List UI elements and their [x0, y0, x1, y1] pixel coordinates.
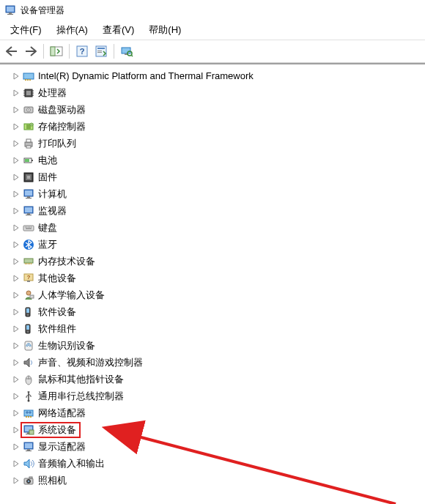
tree-item[interactable]: 鼠标和其他指针设备	[10, 371, 425, 388]
expand-icon[interactable]	[10, 104, 22, 116]
svg-rect-11	[97, 52, 102, 53]
svg-rect-18	[29, 79, 31, 81]
help-button[interactable]: ?	[73, 42, 91, 60]
card-icon	[22, 70, 35, 83]
toolbar-separator	[69, 44, 70, 59]
tree-item[interactable]: 人体学输入设备	[10, 286, 425, 303]
svg-rect-15	[23, 73, 34, 79]
tree-item[interactable]: 存储控制器	[10, 118, 425, 135]
expand-icon[interactable]	[10, 121, 22, 133]
expand-icon[interactable]	[10, 374, 22, 385]
software-icon	[22, 322, 35, 336]
tree-item[interactable]: 软件设备	[10, 303, 425, 320]
tree-item[interactable]: 音频输入和输出	[10, 455, 425, 472]
tree-item[interactable]: ?其他设备	[10, 270, 425, 286]
expand-icon[interactable]	[10, 222, 22, 234]
svg-rect-83	[25, 443, 32, 448]
menu-help[interactable]: 帮助(H)	[141, 21, 188, 39]
svg-rect-84	[27, 449, 30, 451]
svg-rect-10	[97, 51, 102, 51]
expand-icon[interactable]	[10, 441, 22, 453]
properties-button[interactable]	[92, 42, 110, 60]
expand-icon[interactable]	[10, 205, 22, 217]
tree-item[interactable]: Intel(R) Dynamic Platform and Thermal Fr…	[10, 67, 425, 84]
expand-icon[interactable]	[10, 475, 22, 486]
audio-icon	[22, 457, 35, 470]
expand-icon[interactable]	[10, 171, 22, 183]
expand-icon[interactable]	[10, 458, 22, 470]
printer-icon	[22, 137, 35, 150]
expand-icon[interactable]	[10, 138, 22, 149]
menu-view[interactable]: 查看(V)	[95, 21, 141, 39]
tree-item[interactable]: 键盘	[10, 219, 425, 236]
keyboard-icon	[22, 221, 35, 234]
tree-item[interactable]: 蓝牙	[10, 236, 425, 253]
expand-icon[interactable]	[10, 289, 22, 301]
svg-point-60	[26, 291, 31, 295]
expand-icon[interactable]	[10, 357, 22, 368]
tree-item-label: 通用串行总线控制器	[38, 390, 124, 403]
tree-item[interactable]: 照相机	[10, 472, 425, 489]
show-hide-button[interactable]	[48, 42, 65, 60]
tree-item[interactable]: 显示适配器	[10, 438, 425, 455]
expand-icon[interactable]	[10, 390, 22, 402]
expand-icon[interactable]	[10, 87, 22, 99]
svg-rect-54	[28, 263, 29, 264]
expand-icon[interactable]	[10, 323, 22, 335]
tree-item-label: 蓝牙	[38, 238, 57, 251]
svg-rect-75	[28, 416, 29, 418]
tree-item-label: 声音、视频和游戏控制器	[38, 356, 143, 369]
expand-icon[interactable]	[10, 155, 22, 166]
expand-icon[interactable]	[10, 407, 22, 419]
memory-icon	[22, 255, 35, 268]
firmware-icon	[22, 171, 35, 184]
svg-rect-37	[25, 159, 29, 162]
tree-item[interactable]: 声音、视频和游戏控制器	[10, 354, 425, 371]
camera-icon	[22, 474, 35, 487]
tree-item[interactable]: 系统设备	[10, 421, 425, 438]
svg-rect-53	[26, 263, 27, 264]
svg-rect-16	[25, 79, 26, 81]
tree-item[interactable]: 内存技术设备	[10, 253, 425, 270]
expand-icon[interactable]	[10, 239, 22, 251]
svg-rect-40	[27, 176, 30, 179]
svg-rect-55	[29, 263, 30, 264]
tree-item[interactable]: 监视器	[10, 202, 425, 219]
device-tree[interactable]: Intel(R) Dynamic Platform and Thermal Fr…	[0, 63, 425, 504]
expand-icon[interactable]	[10, 188, 22, 200]
tree-item[interactable]: 计算机	[10, 185, 425, 202]
tree-item[interactable]: 网络适配器	[10, 404, 425, 421]
tree-item-label: Intel(R) Dynamic Platform and Thermal Fr…	[38, 70, 254, 81]
svg-rect-5	[51, 47, 55, 56]
tree-item-label: 键盘	[38, 221, 57, 234]
expand-icon[interactable]	[10, 70, 22, 82]
expand-icon[interactable]	[10, 306, 22, 318]
tree-item[interactable]: 打印队列	[10, 135, 425, 152]
svg-rect-66	[26, 325, 29, 330]
sound-icon	[22, 356, 35, 369]
tree-item[interactable]: 通用串行总线控制器	[10, 388, 425, 404]
tree-item[interactable]: 固件	[10, 168, 425, 185]
forward-button[interactable]	[22, 42, 40, 60]
tree-item[interactable]: 处理器	[10, 84, 425, 101]
menu-file[interactable]: 文件(F)	[3, 21, 49, 39]
svg-rect-44	[26, 198, 32, 199]
tree-item[interactable]: 软件组件	[10, 320, 425, 337]
menu-action[interactable]: 操作(A)	[49, 21, 95, 39]
scan-hardware-button[interactable]	[118, 42, 136, 60]
svg-point-72	[28, 399, 30, 401]
svg-rect-56	[31, 263, 32, 264]
tree-item-label: 计算机	[38, 188, 67, 201]
toolbar-separator	[43, 44, 44, 59]
tree-item-label: 电池	[38, 154, 57, 167]
expand-icon[interactable]	[10, 340, 22, 352]
network-icon	[22, 407, 35, 420]
expand-icon[interactable]	[10, 273, 22, 284]
svg-point-29	[28, 109, 29, 111]
tree-item[interactable]: 生物识别设备	[10, 337, 425, 354]
expand-icon[interactable]	[10, 256, 22, 267]
svg-rect-12	[122, 48, 130, 53]
tree-item[interactable]: 电池	[10, 152, 425, 168]
tree-item[interactable]: 磁盘驱动器	[10, 101, 425, 118]
back-button[interactable]	[3, 42, 21, 60]
